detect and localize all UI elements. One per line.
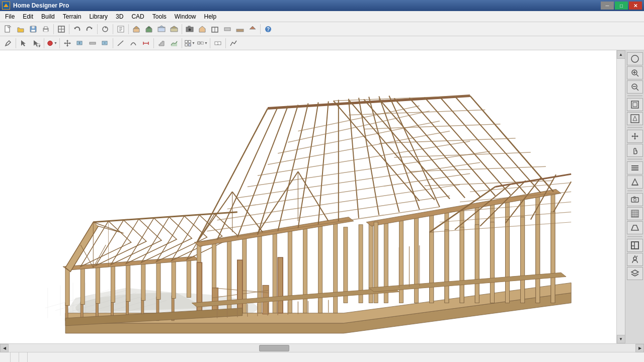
svg-rect-200 [506, 220, 510, 303]
svg-marker-28 [171, 26, 178, 28]
svg-marker-32 [199, 26, 205, 32]
scroll-down-button[interactable]: ▼ [617, 335, 625, 343]
snap-btn[interactable]: ▼ [196, 38, 208, 49]
fit-objects-rp-btn[interactable] [627, 112, 643, 125]
edit-btn[interactable] [2, 38, 14, 49]
roof-btn[interactable] [247, 24, 259, 35]
svg-point-48 [48, 41, 52, 45]
horizontal-scrollbar[interactable]: ◀ ▶ [0, 343, 644, 352]
new-button[interactable] [2, 24, 14, 35]
plan-view-button[interactable] [55, 24, 67, 35]
select-arrow-btn[interactable] [18, 38, 30, 49]
view-full-btn[interactable] [627, 52, 643, 65]
grid-btn[interactable]: ▼ [184, 38, 196, 49]
zoom-in-btn[interactable] [74, 38, 86, 49]
svg-rect-98 [80, 266, 85, 304]
menu-item-cad[interactable]: CAD [127, 12, 148, 21]
scroll-thumb-horizontal[interactable] [259, 345, 289, 351]
open-button[interactable] [15, 24, 27, 35]
polyline-btn[interactable] [227, 38, 239, 49]
svg-rect-262 [631, 169, 638, 170]
hand-rp-btn[interactable] [627, 144, 643, 157]
maximize-button[interactable]: □ [615, 2, 628, 10]
object-info-button[interactable] [115, 24, 127, 35]
perspective-btn[interactable] [627, 221, 643, 234]
menu-item-library[interactable]: Library [85, 12, 112, 21]
select-objects-btn[interactable]: ▼ [30, 38, 42, 49]
svg-rect-100 [111, 264, 115, 302]
minimize-button[interactable]: ─ [601, 2, 614, 10]
move-btn[interactable] [61, 38, 73, 49]
zoom-in-rp-btn[interactable] [627, 66, 643, 79]
layers-btn[interactable] [627, 267, 643, 280]
svg-rect-101 [126, 263, 130, 301]
framing-view-btn[interactable] [627, 207, 643, 220]
svg-rect-130 [318, 222, 323, 313]
svg-marker-13 [74, 28, 76, 29]
menu-item-build[interactable]: Build [37, 12, 59, 21]
undo-button[interactable] [71, 24, 83, 35]
scroll-track-horizontal[interactable] [9, 344, 635, 352]
line-draw-btn[interactable] [115, 38, 127, 49]
save-button[interactable] [27, 24, 39, 35]
zoom-out-btn[interactable] [99, 38, 111, 49]
wall-btn[interactable] [221, 24, 233, 35]
camera-rp-btn[interactable] [627, 193, 643, 206]
close-button[interactable]: ✕ [629, 2, 642, 10]
house-btn[interactable] [196, 24, 208, 35]
back-clip-btn[interactable] [627, 175, 643, 189]
vertical-scrollbar[interactable]: ▲ ▼ [616, 50, 625, 343]
svg-rect-99 [96, 265, 100, 303]
menu-item-tools[interactable]: Tools [148, 12, 171, 21]
zoom-out-rp-btn[interactable] [627, 80, 643, 94]
fit-page-rp-btn[interactable] [627, 98, 643, 111]
svg-rect-203 [551, 212, 555, 303]
tools-rp-btn[interactable] [627, 161, 643, 174]
menu-item-edit[interactable]: Edit [19, 12, 37, 21]
svg-marker-284 [631, 270, 638, 274]
rotate-button[interactable] [99, 24, 111, 35]
toolbar-view4[interactable] [168, 24, 180, 35]
scroll-track-vertical[interactable] [617, 59, 625, 335]
canvas-area[interactable] [0, 50, 616, 343]
menu-item-window[interactable]: Window [171, 12, 200, 21]
menu-item-help[interactable]: Help [200, 12, 220, 21]
svg-rect-261 [631, 167, 638, 168]
deck-btn[interactable] [234, 24, 246, 35]
print-button[interactable] [40, 24, 52, 35]
menu-item-file[interactable]: File [1, 12, 19, 21]
camera-walkthrough-btn[interactable] [627, 253, 643, 266]
scroll-right-button[interactable]: ▶ [635, 344, 644, 352]
menu-item-3d[interactable]: 3D [112, 12, 127, 21]
scroll-left-button[interactable]: ◀ [0, 344, 9, 352]
terrain-btn[interactable] [168, 38, 180, 49]
svg-point-244 [631, 55, 638, 62]
rp-sep-2 [627, 127, 642, 128]
toolbar-view2[interactable] [143, 24, 155, 35]
svg-marker-40 [250, 26, 256, 29]
input-btn[interactable]: 1 [212, 38, 224, 49]
svg-line-246 [636, 74, 638, 76]
toolbar-view3[interactable] [155, 24, 168, 35]
rp-sep-3 [627, 159, 642, 159]
pan-rp-btn[interactable] [627, 130, 643, 143]
camera-view-btn[interactable] [184, 24, 196, 35]
svg-rect-66 [188, 43, 191, 46]
floor-plan-btn[interactable] [627, 239, 643, 252]
help-button[interactable]: ? [262, 24, 274, 35]
circle-btn[interactable]: ▼ [46, 38, 58, 49]
arc-btn[interactable] [127, 38, 139, 49]
sep4 [113, 24, 113, 34]
toolbar-view1[interactable] [130, 24, 142, 35]
rp-sep-5 [627, 236, 642, 237]
stairs-btn[interactable] [155, 38, 168, 49]
room-btn[interactable] [209, 24, 221, 35]
wall-draw-btn[interactable] [87, 38, 99, 49]
svg-marker-51 [64, 42, 65, 44]
menu-item-terrain[interactable]: Terrain [59, 12, 86, 21]
scroll-up-button[interactable]: ▲ [617, 50, 625, 59]
redo-button[interactable] [84, 24, 96, 35]
sep7 [260, 24, 261, 34]
svg-line-286 [635, 274, 638, 276]
dimension-btn[interactable] [140, 38, 152, 49]
